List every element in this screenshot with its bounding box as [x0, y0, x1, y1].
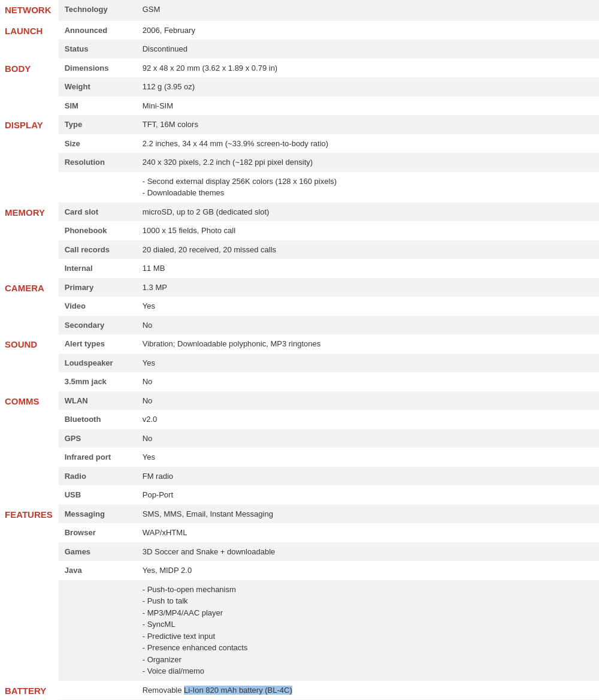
spec-label: USB — [59, 485, 137, 505]
spec-value: Yes, MIDP 2.0 — [137, 561, 599, 580]
spec-value: microSD, up to 2 GB (dedicated slot) — [137, 203, 599, 222]
spec-label: Weight — [59, 77, 137, 96]
category-label: BATTERY — [0, 681, 59, 701]
spec-label: Bluetooth — [59, 410, 137, 429]
spec-label: Internal — [59, 259, 137, 278]
spec-label: Games — [59, 542, 137, 562]
category-label: LAUNCH — [0, 21, 59, 59]
highlighted-text: Li-Ion 820 mAh battery (BL-4C) — [184, 686, 292, 695]
spec-value: TFT, 16M colors — [137, 115, 599, 134]
spec-label: Phonebook — [59, 221, 137, 240]
category-label: BODY — [0, 59, 59, 116]
spec-value: Pop-Port — [137, 485, 599, 505]
spec-label — [59, 681, 137, 700]
spec-label: Size — [59, 134, 137, 153]
category-label: FEATURES — [0, 505, 59, 681]
spec-label: Dimensions — [59, 59, 137, 78]
spec-label: Announced — [59, 21, 137, 40]
spec-value: - Push-to-open mechanism- Push to talk- … — [137, 580, 599, 681]
spec-value: SMS, MMS, Email, Instant Messaging — [137, 505, 599, 524]
spec-value: 1000 x 15 fields, Photo call — [137, 221, 599, 240]
spec-value: - Second external display 256K colors (1… — [137, 172, 599, 203]
spec-label: Card slot — [59, 203, 137, 222]
spec-label: Alert types — [59, 334, 137, 354]
spec-label: GPS — [59, 429, 137, 448]
spec-label: Primary — [59, 278, 137, 297]
spec-value: GSM — [137, 0, 599, 21]
spec-value: No — [137, 372, 599, 391]
spec-value: FM radio — [137, 467, 599, 486]
spec-value: Mini-SIM — [137, 96, 599, 116]
spec-value: Yes — [137, 297, 599, 316]
spec-value: 1.3 MP — [137, 278, 599, 297]
spec-value: Vibration; Downloadable polyphonic, MP3 … — [137, 334, 599, 354]
spec-label: Resolution — [59, 153, 137, 172]
spec-value: 2.2 inches, 34 x 44 mm (~33.9% screen-to… — [137, 134, 599, 153]
spec-value: 240 x 320 pixels, 2.2 inch (~182 ppi pix… — [137, 153, 599, 172]
spec-value: No — [137, 429, 599, 448]
category-label: CAMERA — [0, 278, 59, 335]
spec-value: Yes — [137, 354, 599, 373]
spec-label: Secondary — [59, 316, 137, 335]
spec-value: v2.0 — [137, 410, 599, 429]
spec-label: Loudspeaker — [59, 354, 137, 373]
spec-label: SIM — [59, 96, 137, 116]
spec-value: 11 MB — [137, 259, 599, 278]
category-label: NETWORK — [0, 0, 59, 21]
spec-label: Messaging — [59, 505, 137, 524]
spec-value: 20 dialed, 20 received, 20 missed calls — [137, 240, 599, 260]
spec-label: Java — [59, 561, 137, 580]
spec-value: WAP/xHTML — [137, 523, 599, 542]
spec-label: Browser — [59, 523, 137, 542]
spec-value: 92 x 48 x 20 mm (3.62 x 1.89 x 0.79 in) — [137, 59, 599, 78]
spec-value: No — [137, 316, 599, 335]
spec-label — [59, 580, 137, 681]
category-label: COMMS — [0, 391, 59, 505]
spec-value: Discontinued — [137, 40, 599, 59]
spec-label: Call records — [59, 240, 137, 260]
spec-value: Removable Li-Ion 820 mAh battery (BL-4C) — [137, 681, 599, 700]
category-label: SOUND — [0, 334, 59, 391]
category-label: MEMORY — [0, 203, 59, 278]
spec-label: WLAN — [59, 391, 137, 411]
spec-label — [59, 172, 137, 203]
spec-label: Radio — [59, 467, 137, 486]
spec-label: 3.5mm jack — [59, 372, 137, 391]
spec-label: Infrared port — [59, 448, 137, 467]
spec-label: Type — [59, 115, 137, 134]
spec-value: Yes — [137, 448, 599, 467]
spec-value: 2006, February — [137, 21, 599, 40]
spec-value: 3D Soccer and Snake + downloadable — [137, 542, 599, 562]
spec-label: Status — [59, 40, 137, 59]
category-label: DISPLAY — [0, 115, 59, 203]
spec-label: Technology — [59, 0, 137, 21]
spec-value: 112 g (3.95 oz) — [137, 77, 599, 96]
spec-label: Video — [59, 297, 137, 316]
specs-table: NETWORKTechnologyGSMLAUNCHAnnounced2006,… — [0, 0, 599, 700]
spec-value: No — [137, 391, 599, 411]
